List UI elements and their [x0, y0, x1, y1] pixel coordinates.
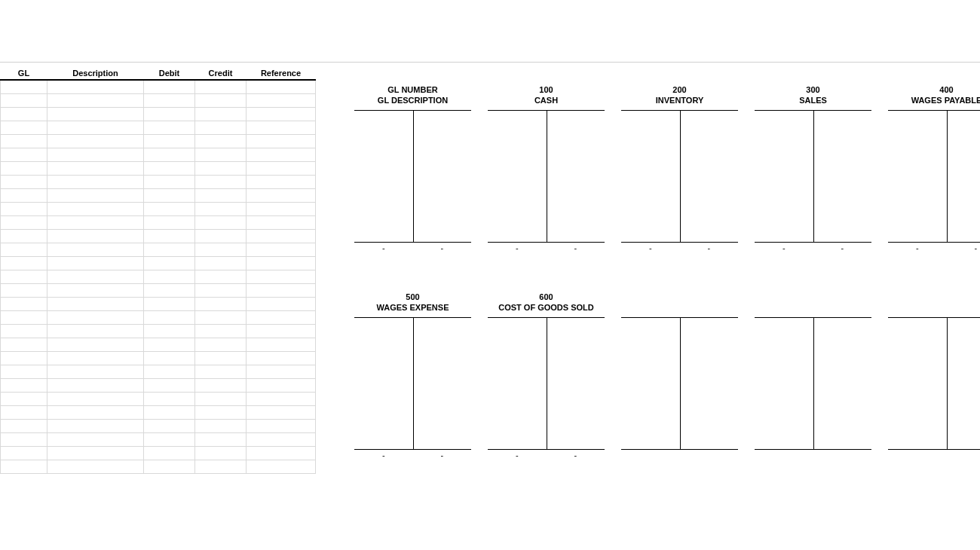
journal-row[interactable] — [1, 107, 316, 121]
journal-cell[interactable] — [247, 134, 316, 148]
journal-cell[interactable] — [247, 405, 316, 419]
journal-cell[interactable] — [1, 161, 47, 175]
journal-cell[interactable] — [195, 148, 247, 161]
journal-row[interactable] — [1, 351, 316, 365]
journal-cell[interactable] — [144, 93, 195, 107]
journal-cell[interactable] — [1, 107, 47, 121]
journal-cell[interactable] — [1, 419, 47, 432]
journal-cell[interactable] — [144, 446, 195, 460]
journal-cell[interactable] — [1, 405, 47, 419]
journal-cell[interactable] — [247, 121, 316, 134]
journal-cell[interactable] — [47, 256, 144, 270]
journal-row[interactable] — [1, 283, 316, 297]
journal-cell[interactable] — [144, 256, 195, 270]
journal-cell[interactable] — [247, 243, 316, 256]
journal-cell[interactable] — [247, 365, 316, 378]
journal-cell[interactable] — [47, 351, 144, 365]
journal-cell[interactable] — [144, 378, 195, 392]
journal-cell[interactable] — [195, 93, 247, 107]
journal-cell[interactable] — [144, 324, 195, 338]
journal-row[interactable] — [1, 419, 316, 432]
journal-cell[interactable] — [1, 378, 47, 392]
journal-cell[interactable] — [47, 297, 144, 310]
journal-cell[interactable] — [47, 229, 144, 243]
journal-cell[interactable] — [247, 460, 316, 473]
journal-cell[interactable] — [1, 215, 47, 229]
journal-row[interactable] — [1, 432, 316, 446]
journal-cell[interactable] — [1, 256, 47, 270]
journal-cell[interactable] — [195, 175, 247, 188]
journal-row[interactable] — [1, 256, 316, 270]
journal-cell[interactable] — [195, 80, 247, 93]
journal-cell[interactable] — [47, 80, 144, 93]
journal-cell[interactable] — [47, 175, 144, 188]
journal-cell[interactable] — [195, 460, 247, 473]
journal-cell[interactable] — [144, 351, 195, 365]
journal-cell[interactable] — [144, 202, 195, 215]
journal-cell[interactable] — [247, 93, 316, 107]
journal-cell[interactable] — [195, 283, 247, 297]
journal-cell[interactable] — [247, 310, 316, 324]
journal-cell[interactable] — [247, 324, 316, 338]
journal-cell[interactable] — [1, 243, 47, 256]
journal-cell[interactable] — [144, 188, 195, 202]
journal-cell[interactable] — [1, 229, 47, 243]
journal-cell[interactable] — [1, 270, 47, 283]
journal-cell[interactable] — [195, 378, 247, 392]
journal-cell[interactable] — [247, 446, 316, 460]
journal-cell[interactable] — [47, 107, 144, 121]
journal-cell[interactable] — [195, 215, 247, 229]
journal-row[interactable] — [1, 175, 316, 188]
journal-cell[interactable] — [144, 460, 195, 473]
journal-cell[interactable] — [47, 365, 144, 378]
journal-cell[interactable] — [47, 324, 144, 338]
journal-row[interactable] — [1, 243, 316, 256]
journal-cell[interactable] — [195, 229, 247, 243]
journal-row[interactable] — [1, 378, 316, 392]
journal-cell[interactable] — [247, 175, 316, 188]
journal-cell[interactable] — [195, 351, 247, 365]
journal-row[interactable] — [1, 324, 316, 338]
journal-cell[interactable] — [1, 392, 47, 405]
journal-row[interactable] — [1, 134, 316, 148]
journal-cell[interactable] — [247, 202, 316, 215]
journal-row[interactable] — [1, 161, 316, 175]
journal-cell[interactable] — [1, 188, 47, 202]
journal-row[interactable] — [1, 215, 316, 229]
journal-cell[interactable] — [144, 365, 195, 378]
journal-row[interactable] — [1, 405, 316, 419]
journal-cell[interactable] — [195, 297, 247, 310]
journal-cell[interactable] — [47, 161, 144, 175]
journal-cell[interactable] — [47, 270, 144, 283]
journal-cell[interactable] — [47, 419, 144, 432]
journal-cell[interactable] — [1, 202, 47, 215]
journal-cell[interactable] — [47, 215, 144, 229]
journal-cell[interactable] — [1, 283, 47, 297]
journal-cell[interactable] — [144, 270, 195, 283]
journal-cell[interactable] — [47, 93, 144, 107]
journal-cell[interactable] — [144, 229, 195, 243]
journal-row[interactable] — [1, 297, 316, 310]
journal-cell[interactable] — [247, 392, 316, 405]
journal-cell[interactable] — [247, 215, 316, 229]
journal-row[interactable] — [1, 338, 316, 351]
journal-cell[interactable] — [144, 392, 195, 405]
journal-cell[interactable] — [195, 256, 247, 270]
journal-cell[interactable] — [144, 148, 195, 161]
journal-cell[interactable] — [144, 215, 195, 229]
journal-cell[interactable] — [195, 270, 247, 283]
journal-row[interactable] — [1, 80, 316, 93]
journal-cell[interactable] — [144, 419, 195, 432]
journal-cell[interactable] — [47, 405, 144, 419]
journal-cell[interactable] — [144, 107, 195, 121]
journal-cell[interactable] — [1, 93, 47, 107]
journal-row[interactable] — [1, 460, 316, 473]
journal-row[interactable] — [1, 310, 316, 324]
journal-cell[interactable] — [247, 229, 316, 243]
journal-cell[interactable] — [195, 338, 247, 351]
journal-cell[interactable] — [1, 446, 47, 460]
journal-cell[interactable] — [195, 134, 247, 148]
journal-cell[interactable] — [47, 392, 144, 405]
journal-cell[interactable] — [47, 432, 144, 446]
journal-cell[interactable] — [144, 283, 195, 297]
